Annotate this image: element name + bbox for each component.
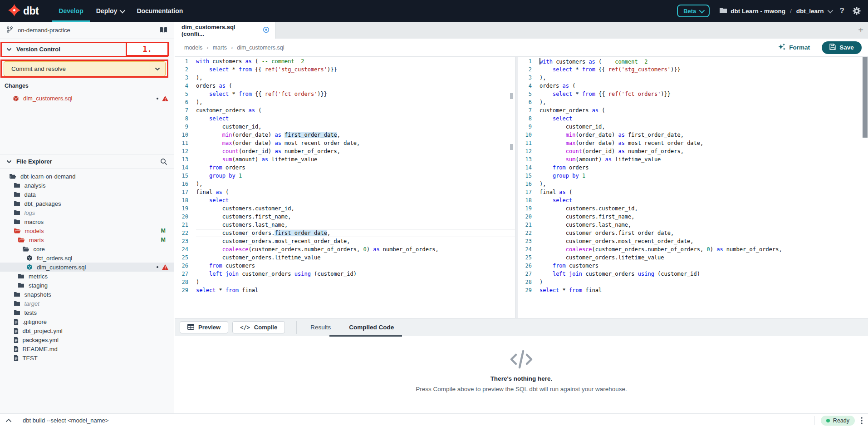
code-line-19[interactable]: 19 customers.customer_id, bbox=[175, 204, 515, 213]
tree-item-staging[interactable]: staging bbox=[0, 281, 174, 290]
beta-toggle[interactable]: Beta bbox=[677, 5, 710, 17]
changed-file-row[interactable]: dim_customers.sql bbox=[0, 93, 174, 104]
tree-item-readme-md[interactable]: README.md bbox=[0, 344, 174, 353]
code-line-22[interactable]: 22 customer_orders.first_order_date, bbox=[518, 229, 868, 237]
code-line-25[interactable]: 25 customer_orders.lifetime_value bbox=[518, 253, 868, 262]
preview-button[interactable]: Preview bbox=[180, 321, 228, 333]
tree-item-macros[interactable]: macros bbox=[0, 217, 174, 226]
code-line-1[interactable]: 1with customers as ( -- comment 2 bbox=[175, 57, 515, 65]
search-icon[interactable] bbox=[160, 158, 167, 165]
code-line-24[interactable]: 24 coalesce(customer_orders.number_of_or… bbox=[175, 245, 515, 253]
tree-item-dbt-packages[interactable]: dbt_packages bbox=[0, 199, 174, 208]
tree-item-fct-orders-sql[interactable]: fct_orders.sql bbox=[0, 253, 174, 263]
tree-item-core[interactable]: core bbox=[0, 244, 174, 253]
commit-and-resolve-button[interactable]: Commit and resolve bbox=[4, 61, 166, 76]
code-line-6[interactable]: 6), bbox=[175, 98, 515, 106]
tree-item-tests[interactable]: tests bbox=[0, 308, 174, 317]
code-line-15[interactable]: 15 group by 1 bbox=[518, 172, 868, 180]
git-branch-row[interactable]: on-demand-practice bbox=[0, 22, 174, 39]
code-line-9[interactable]: 9 customer_id, bbox=[175, 123, 515, 131]
code-line-4[interactable]: 4orders as ( bbox=[175, 82, 515, 90]
code-pane-left[interactable]: 1with customers as ( -- comment 22 selec… bbox=[175, 57, 515, 318]
nav-documentation[interactable]: Documentation bbox=[130, 0, 189, 22]
tab-dim-customers[interactable]: dim_customers.sql (confli... bbox=[175, 22, 275, 39]
code-line-27[interactable]: 27 left join customer_orders using (cust… bbox=[175, 270, 515, 278]
ready-status-badge[interactable]: Ready bbox=[821, 416, 855, 426]
breadcrumb-marts[interactable]: marts bbox=[213, 45, 227, 51]
code-line-3[interactable]: 3), bbox=[518, 74, 868, 82]
code-line-11[interactable]: 11 max(order_date) as most_recent_order_… bbox=[175, 139, 515, 147]
tree-item-logs[interactable]: logs bbox=[0, 208, 174, 217]
tree-item-dbt-project-yml[interactable]: dbt_project.yml bbox=[0, 326, 174, 335]
code-line-28[interactable]: 28) bbox=[175, 278, 515, 286]
code-line-17[interactable]: 17final as ( bbox=[175, 188, 515, 196]
code-line-27[interactable]: 27 left join customer_orders using (cust… bbox=[518, 270, 868, 278]
tree-item-test[interactable]: TEST bbox=[0, 353, 174, 362]
code-line-10[interactable]: 10 min(order_date) as first_order_date, bbox=[175, 131, 515, 139]
code-line-6[interactable]: 6), bbox=[518, 98, 868, 106]
code-line-25[interactable]: 25 customer_orders.lifetime_value bbox=[175, 253, 515, 262]
code-line-29[interactable]: 29select * from final bbox=[175, 286, 515, 294]
scrollbar-thumb[interactable] bbox=[863, 57, 868, 138]
code-line-5[interactable]: 5 select * from {{ ref('fct_orders')}} bbox=[518, 90, 868, 98]
code-line-14[interactable]: 14 from orders bbox=[175, 164, 515, 172]
code-line-7[interactable]: 7customer_orders as ( bbox=[175, 106, 515, 114]
code-line-8[interactable]: 8 select bbox=[175, 114, 515, 123]
code-line-11[interactable]: 11 max(order_date) as most_recent_order_… bbox=[518, 139, 868, 147]
tree-item-target[interactable]: target bbox=[0, 299, 174, 308]
code-line-13[interactable]: 13 sum(amount) as lifetime_value bbox=[175, 155, 515, 164]
code-line-7[interactable]: 7customer_orders as ( bbox=[518, 106, 868, 114]
account-switcher[interactable]: dbt Learn - mwong / dbt_learn bbox=[720, 7, 831, 15]
pane-divider[interactable] bbox=[515, 57, 518, 318]
commit-dropdown-toggle[interactable] bbox=[149, 62, 165, 76]
code-line-17[interactable]: 17final as ( bbox=[518, 188, 868, 196]
code-pane-right[interactable]: 1with customers as ( -- comment 22 selec… bbox=[518, 57, 868, 318]
code-line-21[interactable]: 21 customers.last_name, bbox=[518, 221, 868, 229]
code-line-22[interactable]: 22 customer_orders.first_order_date, bbox=[175, 229, 515, 237]
code-line-20[interactable]: 20 customers.first_name, bbox=[518, 213, 868, 221]
tree-item-marts[interactable]: martsM bbox=[0, 235, 174, 244]
nav-develop[interactable]: Develop bbox=[52, 0, 89, 22]
tree-item-snapshots[interactable]: snapshots bbox=[0, 290, 174, 299]
kebab-menu-icon[interactable] bbox=[861, 417, 863, 424]
tree-item-data[interactable]: data bbox=[0, 190, 174, 199]
code-line-15[interactable]: 15 group by 1 bbox=[175, 172, 515, 180]
format-button[interactable]: Format bbox=[778, 43, 810, 52]
code-line-10[interactable]: 10 min(order_date) as first_order_date, bbox=[518, 131, 868, 139]
code-line-2[interactable]: 2 select * from {{ ref('stg_customers')}… bbox=[518, 65, 868, 74]
code-line-2[interactable]: 2 select * from {{ ref('stg_customers')}… bbox=[175, 65, 515, 74]
docs-book-icon[interactable] bbox=[160, 27, 167, 35]
code-line-12[interactable]: 12 count(order_id) as number_of_orders, bbox=[518, 147, 868, 155]
tab-results[interactable]: Results bbox=[310, 324, 331, 331]
code-line-3[interactable]: 3), bbox=[175, 74, 515, 82]
new-tab-button[interactable]: + bbox=[858, 25, 863, 35]
code-line-28[interactable]: 28) bbox=[518, 278, 868, 286]
code-line-20[interactable]: 20 customers.first_name, bbox=[175, 213, 515, 221]
code-line-18[interactable]: 18 select bbox=[175, 196, 515, 204]
code-line-18[interactable]: 18 select bbox=[518, 196, 868, 204]
code-line-29[interactable]: 29select * from final bbox=[518, 286, 868, 294]
compile-button[interactable]: </> Compile bbox=[232, 321, 285, 333]
code-line-1[interactable]: 1with customers as ( -- comment 2 bbox=[518, 57, 868, 65]
settings-gear-button[interactable] bbox=[853, 7, 861, 15]
tree-item-models[interactable]: modelsM bbox=[0, 226, 174, 235]
save-button[interactable]: Save bbox=[822, 41, 862, 54]
code-line-13[interactable]: 13 sum(amount) as lifetime_value bbox=[518, 155, 868, 164]
file-explorer-header[interactable]: File Explorer bbox=[0, 154, 174, 169]
code-line-26[interactable]: 26 from customers bbox=[518, 262, 868, 270]
code-line-26[interactable]: 26 from customers bbox=[175, 262, 515, 270]
command-input[interactable]: dbt build --select <model_name> bbox=[23, 417, 108, 424]
code-line-8[interactable]: 8 select bbox=[518, 114, 868, 123]
code-line-16[interactable]: 16), bbox=[518, 180, 868, 188]
code-line-23[interactable]: 23 customer_orders.most_recent_order_dat… bbox=[518, 237, 868, 245]
code-line-21[interactable]: 21 customers.last_name, bbox=[175, 221, 515, 229]
tree-item-dim-customers-sql[interactable]: dim_customers.sql bbox=[0, 263, 174, 272]
tab-compiled-code[interactable]: Compiled Code bbox=[349, 324, 394, 331]
code-line-23[interactable]: 23 customer_orders.most_recent_order_dat… bbox=[175, 237, 515, 245]
breadcrumb-models[interactable]: models bbox=[184, 45, 202, 51]
tree-item-analysis[interactable]: analysis bbox=[0, 181, 174, 190]
tree-item-dbt-learn-on-demand[interactable]: dbt-learn-on-demand bbox=[0, 172, 174, 181]
help-button[interactable]: ? bbox=[840, 6, 844, 15]
code-line-4[interactable]: 4orders as ( bbox=[518, 82, 868, 90]
code-line-5[interactable]: 5 select * from {{ ref('fct_orders')}} bbox=[175, 90, 515, 98]
